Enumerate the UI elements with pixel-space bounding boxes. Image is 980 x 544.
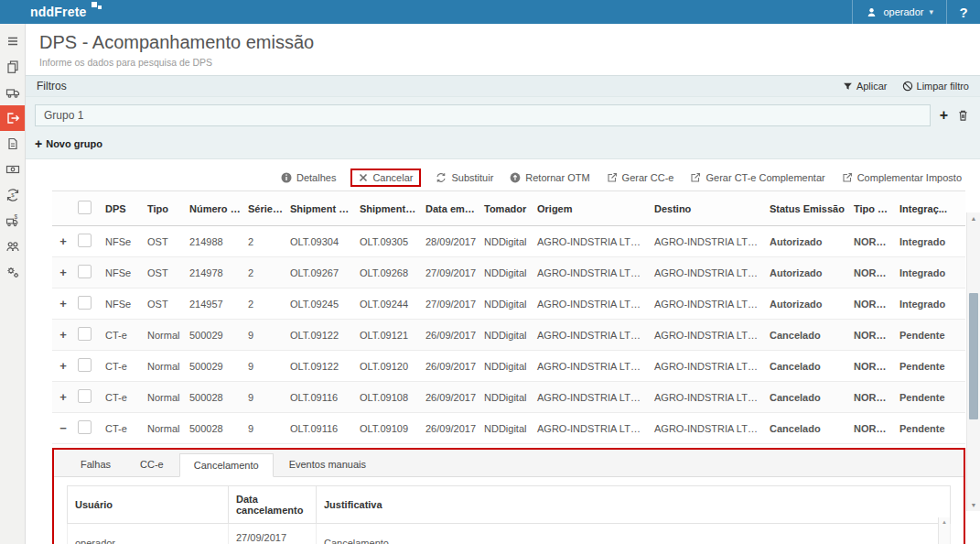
substitute-button[interactable]: Substituir (436, 172, 493, 183)
details-button[interactable]: Detalhes (281, 172, 336, 183)
table-row[interactable]: +NFSeOST2149782OLT.09267OLT.0926827/09/2… (52, 257, 965, 288)
plus-icon: + (35, 136, 42, 151)
table-row[interactable]: +CT-eNormal5000299OLT.09122OLT.0912026/0… (52, 351, 965, 382)
cell-tomador: NDDigital (480, 288, 533, 320)
cell-shipment_sell: OLT.09122 (286, 351, 356, 382)
cell-dps: CT-e (102, 320, 144, 351)
sidebar-item-documents[interactable] (0, 54, 25, 80)
table-row[interactable]: +NFSeOST2149572OLT.09245OLT.0924427/09/2… (52, 288, 965, 320)
main-content: DPS - Acompanhamento emissão Informe os … (26, 24, 980, 544)
cell-shipment_sell: OLT.09122 (286, 320, 356, 351)
expand-row-toggle[interactable]: + (52, 226, 74, 257)
table-row[interactable]: +CT-eNormal5000289OLT.09116OLT.0910826/0… (52, 382, 965, 413)
complementar-imposto-button[interactable]: Complementar Imposto (842, 172, 962, 183)
tab-cc-e[interactable]: CC-e (126, 453, 178, 477)
delete-group-button[interactable] (957, 109, 969, 122)
cell-serie: 9 (244, 320, 286, 351)
scroll-up-icon[interactable]: ▲ (942, 519, 947, 525)
tab-eventos-manuais[interactable]: Eventos manuais (275, 453, 380, 477)
table-row[interactable]: −CT-eNormal5000289OLT.09116OLT.0910926/0… (52, 413, 965, 444)
select-all-checkbox[interactable] (78, 201, 92, 214)
grid-area: Detalhes Cancelar Substituir Retornar OT… (52, 167, 965, 544)
cancel-button[interactable]: Cancelar (350, 169, 421, 187)
row-checkbox[interactable] (78, 265, 92, 278)
help-button[interactable]: ? (947, 0, 980, 24)
currency-sync-icon: $ (5, 188, 20, 202)
select-all-header[interactable] (74, 191, 102, 226)
filter-group-field[interactable]: Grupo 1 (35, 104, 931, 126)
detail-column-header-2[interactable]: Justificativa (317, 486, 951, 524)
cell-data_emissao: 27/09/2017 (422, 288, 480, 320)
scrollbar-thumb[interactable] (969, 293, 978, 419)
row-checkbox[interactable] (78, 389, 92, 403)
generate-cce-button[interactable]: Gerar CC-e (607, 172, 674, 183)
column-header-5[interactable]: Shipment Buy (356, 191, 422, 226)
cell-serie: 2 (244, 288, 286, 320)
column-header-2[interactable]: Número DPS (186, 191, 244, 226)
expand-row-toggle[interactable]: + (52, 257, 74, 288)
column-header-0[interactable]: DPS (102, 191, 144, 226)
return-circle-icon (510, 172, 521, 183)
column-header-1[interactable]: Tipo (144, 191, 186, 226)
cell-shipment_sell: OLT.09116 (286, 382, 356, 413)
expand-row-toggle[interactable]: + (52, 351, 74, 382)
sidebar-item-billing[interactable] (0, 157, 25, 182)
column-header-4[interactable]: Shipment Sell (286, 191, 356, 226)
apply-filter-button[interactable]: Aplicar (843, 81, 888, 92)
sidebar-item-settings[interactable] (0, 259, 25, 285)
tab-falhas[interactable]: Falhas (67, 453, 124, 477)
expand-row-toggle[interactable]: + (52, 288, 74, 320)
return-otm-button[interactable]: Retornar OTM (510, 172, 589, 183)
row-checkbox[interactable] (78, 358, 92, 372)
column-header-6[interactable]: Data emis... (422, 191, 480, 226)
table-row[interactable]: +CT-eNormal5000299OLT.09122OLT.0912126/0… (52, 320, 965, 351)
cell-integracao: Integrado (896, 288, 965, 320)
expand-row-toggle[interactable]: + (52, 320, 74, 351)
sidebar-item-transport[interactable] (0, 80, 25, 105)
clear-filter-button[interactable]: Limpar filtro (902, 81, 969, 92)
cell-numero: 214957 (186, 288, 244, 320)
cell-tipo: Normal (144, 320, 186, 351)
row-checkbox[interactable] (78, 327, 92, 341)
detail-column-header-1[interactable]: Data cancelamento (229, 486, 317, 524)
sidebar-item-freight-cost[interactable]: $ (0, 208, 25, 234)
cell-numero: 500028 (186, 382, 244, 413)
detail-scrollbar[interactable]: ▲ ▼ (938, 517, 950, 544)
table-row[interactable]: +NFSeOST2149882OLT.09304OLT.0930528/09/2… (52, 226, 965, 257)
expand-row-toggle[interactable]: + (52, 382, 74, 413)
scroll-down-icon[interactable]: ▼ (967, 502, 980, 508)
grid-vertical-scrollbar[interactable]: ▲ ▼ (966, 212, 980, 511)
detail-column-header-0[interactable]: Usuário (68, 486, 229, 524)
export-icon (842, 172, 853, 183)
generate-cte-complementar-button[interactable]: Gerar CT-e Complementar (690, 172, 824, 183)
column-header-9[interactable]: Destino (651, 191, 766, 226)
add-filter-button[interactable]: + (940, 108, 948, 123)
collapse-row-toggle[interactable]: − (52, 413, 74, 444)
cell-origem: AGRO-INDSTRIA LTDA. (533, 226, 651, 257)
sidebar-item-menu[interactable] (0, 28, 25, 54)
sidebar-item-users[interactable] (0, 234, 25, 259)
row-checkbox[interactable] (78, 296, 92, 310)
sidebar-item-emission-active[interactable] (0, 105, 25, 131)
row-checkbox[interactable] (78, 234, 92, 247)
sidebar-item-currency-sync[interactable]: $ (0, 182, 25, 208)
column-header-3[interactable]: Série DPS (244, 191, 286, 226)
new-group-button[interactable]: + Novo grupo (35, 136, 969, 151)
cell-dps: CT-e (102, 351, 144, 382)
column-header-8[interactable]: Origem (533, 191, 651, 226)
scroll-up-icon[interactable]: ▲ (967, 215, 980, 222)
cell-dps: NFSe (102, 288, 144, 320)
truck-icon (5, 85, 20, 100)
column-header-12[interactable]: Integraç... (896, 191, 965, 226)
user-name: operador (883, 6, 923, 17)
sidebar-item-document[interactable] (0, 131, 25, 157)
row-checkbox[interactable] (78, 420, 92, 434)
column-header-10[interactable]: Status Emissão (766, 191, 850, 226)
tab-cancelamento[interactable]: Cancelamento (179, 453, 274, 477)
column-header-7[interactable]: Tomador (480, 191, 533, 226)
copy-pages-icon (5, 60, 20, 74)
grid-body: +NFSeOST2149882OLT.09304OLT.0930528/09/2… (52, 226, 965, 444)
user-menu[interactable]: operador ▾ (852, 0, 947, 24)
column-header-11[interactable]: Tipo op... (850, 191, 896, 226)
cell-tipo_op: NORMAL (850, 413, 896, 444)
